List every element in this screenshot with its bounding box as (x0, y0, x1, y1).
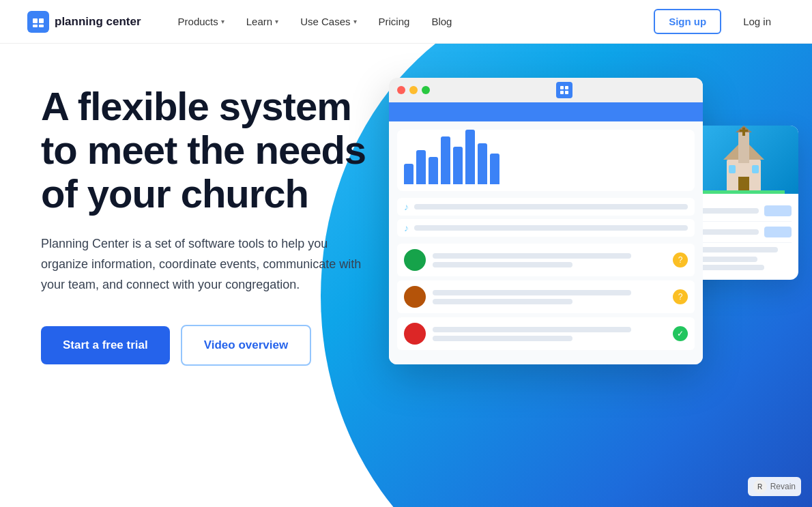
music-note-icon-2: ♪ (404, 222, 409, 233)
row-line-long-1 (433, 253, 631, 259)
chart-bar (490, 154, 499, 184)
window-logo-icon (556, 82, 572, 98)
nav-blog[interactable]: Blog (422, 10, 461, 33)
nav-use-cases[interactable]: Use Cases ▾ (291, 10, 366, 33)
svg-rect-11 (738, 132, 749, 163)
music-line-2 (414, 225, 688, 231)
svg-rect-1 (39, 18, 44, 23)
nav-actions: Sign up Log in (654, 9, 785, 34)
music-note-icon-1: ♪ (404, 201, 409, 212)
window-minimize-dot (409, 86, 418, 94)
svg-rect-18 (703, 190, 785, 194)
signup-button[interactable]: Sign up (654, 9, 721, 34)
row-line-short-2 (433, 299, 572, 304)
svg-rect-3 (39, 25, 44, 27)
window-titlebar (389, 78, 703, 102)
event-badge-1 (764, 205, 792, 216)
svg-rect-16 (729, 165, 736, 173)
chart-bar (429, 157, 438, 184)
chart-card (397, 130, 695, 191)
church-illustration (689, 126, 798, 194)
svg-rect-0 (33, 18, 38, 23)
svg-rect-7 (565, 91, 568, 94)
svg-rect-14 (740, 130, 748, 132)
row-line-long-2 (433, 290, 631, 295)
music-row-2: ♪ (397, 219, 695, 237)
start-trial-button[interactable]: Start a free trial (41, 326, 170, 364)
nav-pricing[interactable]: Pricing (369, 10, 420, 33)
logo-link[interactable]: planning center (27, 11, 141, 33)
video-overview-button[interactable]: Video overview (181, 325, 311, 366)
avatar-2 (404, 286, 426, 308)
music-line-1 (414, 204, 688, 209)
svg-rect-4 (560, 86, 564, 89)
list-row-2: ? (397, 280, 695, 313)
chart-bar (453, 147, 463, 184)
chart-bar (416, 150, 426, 184)
login-button[interactable]: Log in (729, 10, 785, 33)
products-chevron-icon: ▾ (221, 18, 224, 25)
hero-subtext: Planning Center is a set of software too… (41, 234, 375, 295)
hero-heading: A flexible system to meet the needs of y… (41, 85, 382, 215)
chart-bar (465, 130, 475, 184)
window-close-dot (397, 86, 405, 94)
avatar-1 (404, 249, 426, 271)
music-row-1: ♪ (397, 198, 695, 216)
status-check-3: ✓ (673, 326, 688, 341)
window-body: ♪ ♪ (389, 102, 703, 364)
row-line-short-3 (433, 336, 572, 341)
nav-products[interactable]: Products ▾ (169, 10, 234, 33)
list-row-3: ✓ (397, 317, 695, 350)
row-lines-2 (433, 290, 666, 304)
logo-text: planning center (55, 15, 141, 29)
window-maximize-dot (422, 86, 430, 94)
row-line-short-1 (433, 262, 572, 267)
nav-links: Products ▾ Learn ▾ Use Cases ▾ Pricing B… (169, 10, 654, 33)
use-cases-chevron-icon: ▾ (353, 18, 357, 25)
nav-learn[interactable]: Learn ▾ (237, 10, 288, 33)
chart-bar (478, 143, 487, 184)
event-badge-2 (764, 227, 792, 237)
avatar-3 (404, 323, 426, 345)
row-lines-1 (433, 253, 666, 267)
hero-section: A flexible system to meet the needs of y… (0, 44, 812, 507)
revain-label: Revain (770, 482, 796, 491)
list-row-1: ? (397, 244, 695, 276)
svg-rect-5 (565, 86, 568, 89)
music-rows: ♪ ♪ (397, 198, 695, 237)
row-lines-3 (433, 327, 666, 341)
status-question-1: ? (673, 252, 688, 267)
app-window-mockup: ♪ ♪ (389, 78, 703, 364)
chart-bar (441, 136, 450, 184)
row-line-long-3 (433, 327, 631, 332)
svg-rect-6 (560, 91, 564, 94)
hero-content: A flexible system to meet the needs of y… (0, 44, 382, 393)
hero-cta-group: Start a free trial Video overview (41, 325, 382, 366)
svg-rect-2 (33, 25, 38, 27)
navbar: planning center Products ▾ Learn ▾ Use C… (0, 0, 812, 44)
logo-icon (27, 11, 49, 33)
chart-bar (404, 164, 414, 184)
revain-badge: R Revain (748, 477, 801, 496)
svg-rect-17 (752, 165, 759, 173)
revain-icon: R (753, 480, 767, 493)
hero-illustration: ♪ ♪ (334, 44, 812, 507)
status-question-2: ? (673, 289, 688, 304)
learn-chevron-icon: ▾ (275, 18, 278, 25)
